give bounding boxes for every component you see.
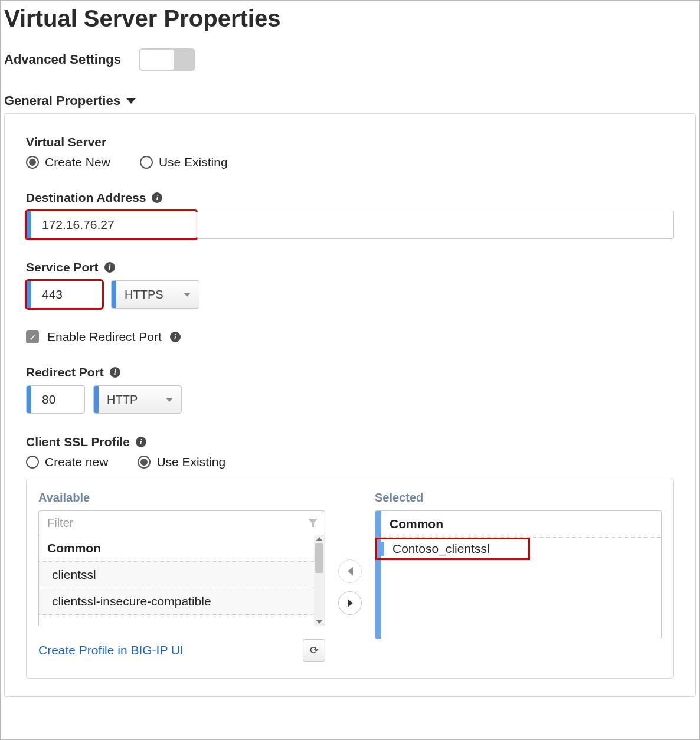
triangle-right-icon (348, 599, 353, 607)
selected-group-header: Common (381, 511, 661, 538)
destination-address-value: 172.16.76.27 (31, 211, 197, 238)
page-title: Virtual Server Properties (4, 5, 696, 32)
ssl-create-new-text: Create new (45, 455, 108, 469)
scroll-down-icon (316, 620, 323, 624)
filter-icon (308, 519, 318, 527)
ssl-profile-picker: Available Common clientssl clientssl-ins… (26, 479, 674, 679)
input-accent-bar (27, 211, 31, 238)
destination-address-ext[interactable] (197, 211, 674, 239)
general-properties-panel: Virtual Server Create New Use Existing D… (4, 113, 696, 697)
selected-title: Selected (375, 491, 662, 505)
scrollbar[interactable] (314, 535, 325, 626)
input-accent-bar (27, 281, 31, 308)
selected-highlight: Contoso_clientssl (375, 538, 530, 560)
info-icon[interactable]: i (104, 262, 115, 273)
enable-redirect-label: Enable Redirect Port (47, 330, 162, 344)
service-port-input[interactable]: 443 (26, 280, 103, 309)
destination-address-input[interactable]: 172.16.76.27 (26, 211, 197, 239)
input-accent-bar (112, 281, 116, 308)
input-accent-bar (94, 386, 99, 413)
info-icon[interactable]: i (152, 192, 162, 203)
create-profile-link[interactable]: Create Profile in BIG-IP UI (38, 643, 184, 657)
vs-use-existing-text: Use Existing (159, 155, 228, 169)
available-filter[interactable] (38, 510, 325, 535)
redirect-port-value: 80 (31, 386, 84, 413)
refresh-icon: ⟳ (310, 644, 319, 657)
enable-redirect-checkbox[interactable]: ✓ (26, 330, 39, 343)
redirect-port-protocol-select[interactable]: HTTP (93, 385, 182, 414)
available-listbox[interactable]: Common clientssl clientssl-insecure-comp… (38, 535, 325, 626)
input-accent-bar (27, 386, 31, 413)
advanced-settings-label: Advanced Settings (4, 52, 121, 67)
radio-unchecked-icon (140, 156, 153, 169)
info-icon[interactable]: i (136, 437, 146, 447)
info-icon[interactable]: i (110, 367, 120, 378)
selected-listbox[interactable]: Common Contoso_clientssl (375, 510, 662, 639)
info-icon[interactable]: i (170, 332, 181, 342)
vs-create-new-text: Create New (45, 155, 110, 169)
chevron-down-icon (184, 293, 191, 297)
ssl-use-existing-text: Use Existing (156, 455, 225, 469)
radio-checked-icon (26, 156, 39, 169)
service-port-protocol-select[interactable]: HTTPS (111, 280, 199, 309)
redirect-port-input[interactable]: 80 (26, 385, 85, 414)
scroll-thumb[interactable] (315, 543, 323, 573)
service-port-label: Service Port (26, 260, 99, 274)
scroll-up-icon (316, 537, 323, 541)
radio-unchecked-icon (26, 456, 39, 469)
vs-create-new-radio[interactable]: Create New (26, 155, 110, 169)
redirect-port-label: Redirect Port (26, 365, 104, 379)
advanced-settings-toggle[interactable] (139, 48, 195, 71)
caret-down-icon (126, 98, 136, 104)
ssl-create-new-radio[interactable]: Create new (26, 455, 108, 469)
list-item[interactable]: clientssl (39, 562, 314, 588)
input-accent-bar (375, 511, 381, 639)
service-port-value: 443 (31, 281, 102, 308)
move-right-button[interactable] (338, 591, 362, 615)
radio-checked-icon (138, 456, 151, 469)
list-item[interactable]: clientssl-insecure-compatible (39, 588, 314, 615)
available-group-header: Common (39, 535, 314, 562)
triangle-left-icon (348, 567, 353, 575)
redirect-port-protocol-value: HTTP (107, 393, 138, 407)
input-accent-bar (380, 542, 384, 556)
list-item[interactable]: Contoso_clientssl (392, 542, 490, 556)
ssl-use-existing-radio[interactable]: Use Existing (138, 455, 225, 469)
available-filter-input[interactable] (46, 516, 308, 531)
virtual-server-label: Virtual Server (26, 135, 674, 149)
available-title: Available (38, 491, 325, 505)
general-properties-header[interactable]: General Properties (4, 93, 696, 109)
destination-address-label: Destination Address (26, 191, 146, 205)
chevron-down-icon (166, 398, 173, 402)
section-label: General Properties (4, 93, 120, 109)
vs-use-existing-radio[interactable]: Use Existing (140, 155, 228, 169)
service-port-protocol-value: HTTPS (125, 288, 163, 302)
move-left-button[interactable] (338, 559, 362, 583)
refresh-button[interactable]: ⟳ (303, 639, 325, 662)
toggle-knob (140, 50, 174, 70)
client-ssl-profile-label: Client SSL Profile (26, 435, 130, 449)
